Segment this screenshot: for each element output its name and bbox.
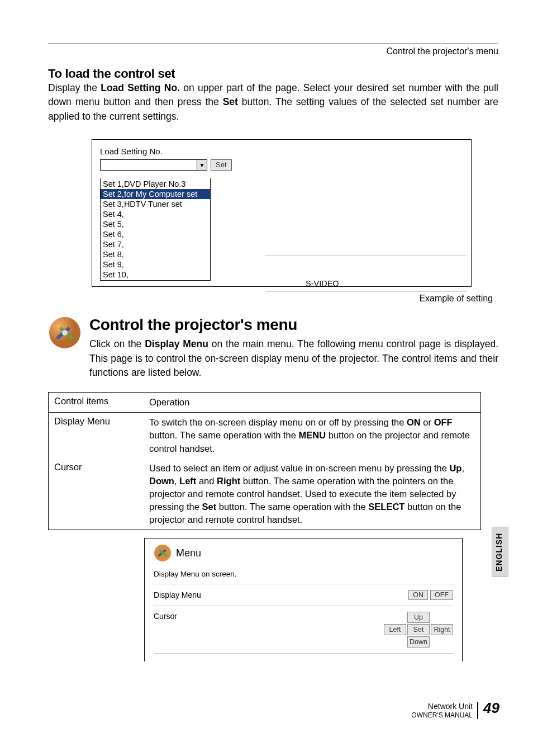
footer-line2: OWNER'S MANUAL — [411, 711, 473, 719]
operation-desc: Used to select an item or adjust value i… — [145, 459, 480, 530]
th-control-items: Control items — [49, 393, 145, 412]
option-item[interactable]: Set 9, — [101, 259, 210, 270]
section1-title: To load the control set — [48, 67, 498, 81]
left-button[interactable]: Left — [384, 624, 406, 635]
tools-icon — [154, 544, 172, 562]
section1-paragraph: Display the Load Setting No. on upper pa… — [48, 81, 498, 124]
option-item[interactable]: Set 4, — [101, 209, 210, 219]
page-footer: Network Unit OWNER'S MANUAL 49 — [411, 702, 498, 719]
menu-title: Menu — [176, 547, 201, 559]
page-number: 49 — [483, 700, 499, 717]
option-item[interactable]: Set 2,for My Computer set — [101, 189, 210, 199]
option-item[interactable]: Set 3,HDTV Tuner set — [101, 199, 210, 209]
option-item[interactable]: Set 5, — [101, 219, 210, 229]
running-header: Control the projector's menu — [48, 45, 498, 67]
svideo-value: S-VIDEO — [265, 279, 467, 288]
menu-subtitle: Display Menu on screen. — [154, 566, 453, 584]
table-row: CursorUsed to select an item or adjust v… — [49, 459, 480, 530]
control-item-name: Display Menu — [49, 413, 145, 458]
option-item[interactable]: Set 1,DVD Player No.3 — [101, 179, 210, 189]
option-item[interactable]: Set 8, — [101, 249, 210, 259]
right-panel: S-VIDEO — [265, 255, 467, 292]
load-setting-label: Load Setting No. — [100, 147, 463, 156]
bold: Set — [223, 96, 238, 107]
text: Click on the — [89, 338, 145, 349]
cursor-label: Cursor — [154, 612, 177, 621]
control-item-name: Cursor — [49, 459, 145, 530]
down-button[interactable]: Down — [407, 636, 430, 648]
load-setting-select[interactable]: ▼ — [100, 159, 207, 171]
cursor-dpad: Up Left Set Right Down — [384, 612, 453, 648]
display-menu-label: Display Menu — [154, 590, 201, 599]
svg-point-3 — [62, 330, 68, 336]
set-button[interactable]: Set — [211, 159, 232, 171]
on-button[interactable]: ON — [408, 590, 428, 600]
option-item[interactable]: Set 7, — [101, 239, 210, 249]
footer-line1: Network Unit — [411, 702, 473, 711]
table-header-row: Control items Operation — [49, 393, 480, 413]
cursor-row: Cursor Up Left Set Right Down — [154, 606, 453, 654]
menu-screenshot: Menu Display Menu on screen. Display Men… — [144, 538, 463, 662]
off-button[interactable]: OFF — [430, 590, 453, 600]
header-rule — [48, 44, 498, 44]
load-setting-options-list[interactable]: Set 1,DVD Player No.3Set 2,for My Comput… — [100, 178, 211, 281]
example-caption: Example of setting — [48, 294, 498, 304]
language-tab: ENGLISH — [492, 527, 508, 577]
operation-desc: To switch the on-screen display menu on … — [145, 413, 480, 458]
load-setting-screenshot: Load Setting No. ▼ Set Set 1,DVD Player … — [92, 139, 472, 287]
section2-title: Control the projector's menu — [89, 316, 498, 334]
up-button[interactable]: Up — [407, 612, 430, 623]
tools-icon — [48, 316, 82, 349]
bold: Load Setting No. — [101, 82, 180, 93]
chevron-down-icon[interactable]: ▼ — [197, 160, 207, 170]
control-items-table: Control items Operation Display MenuTo s… — [48, 392, 481, 530]
option-item[interactable]: Set 6, — [101, 229, 210, 239]
right-button[interactable]: Right — [431, 624, 453, 635]
section2-paragraph: Click on the Display Menu on the main me… — [89, 337, 498, 380]
bold: Display Menu — [145, 338, 208, 349]
display-menu-row: Display Menu ON OFF — [154, 584, 453, 606]
table-row: Display MenuTo switch the on-screen disp… — [49, 413, 480, 458]
text: Display the — [48, 82, 101, 93]
option-item[interactable]: Set 10, — [101, 270, 210, 280]
set-button[interactable]: Set — [407, 624, 430, 635]
th-operation: Operation — [145, 393, 480, 412]
